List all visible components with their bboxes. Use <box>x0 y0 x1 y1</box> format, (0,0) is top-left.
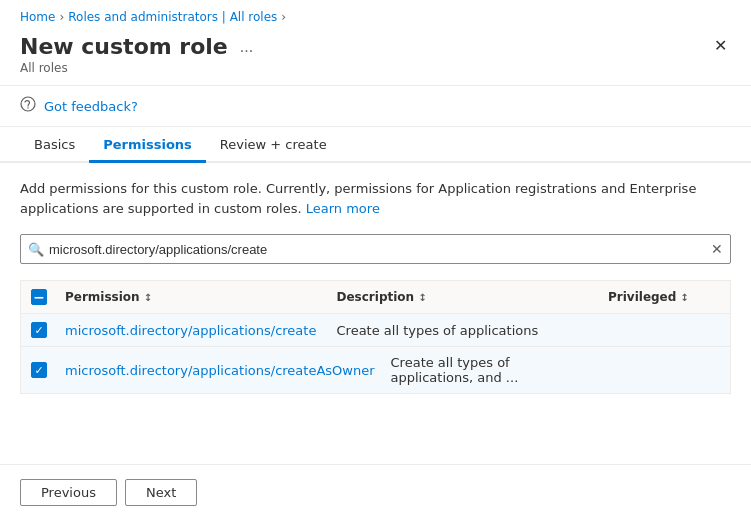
tab-review-create[interactable]: Review + create <box>206 127 341 163</box>
header-left: New custom role ... All roles <box>20 34 257 75</box>
row2-description: Create all types of applications, and ..… <box>383 347 600 393</box>
header-title-row: New custom role ... <box>20 34 257 59</box>
row1-checkbox-cell: ✓ <box>21 314 57 346</box>
checkmark-icon: ✓ <box>34 324 43 337</box>
tab-basics[interactable]: Basics <box>20 127 89 163</box>
feedback-icon <box>20 96 36 116</box>
breadcrumb-home[interactable]: Home <box>20 10 55 24</box>
ellipsis-button[interactable]: ... <box>236 36 257 58</box>
sort-icon-privileged: ↕ <box>680 292 688 303</box>
th-permission[interactable]: Permission ↕ <box>57 282 329 312</box>
th-privileged[interactable]: Privileged ↕ <box>600 282 730 312</box>
sort-icon-permission: ↕ <box>144 292 152 303</box>
row1-description: Create all types of applications <box>329 315 601 346</box>
row1-privileged <box>600 322 730 338</box>
search-container: 🔍 ✕ <box>20 234 731 264</box>
select-all-checkbox[interactable]: − <box>31 289 47 305</box>
info-text: Add permissions for this custom role. Cu… <box>20 179 731 218</box>
footer-bar: Previous Next <box>0 464 751 520</box>
learn-more-link[interactable]: Learn more <box>306 201 380 216</box>
row2-privileged <box>600 362 730 378</box>
content-area: Add permissions for this custom role. Cu… <box>0 163 751 404</box>
subtitle: All roles <box>20 61 257 75</box>
tabs-bar: Basics Permissions Review + create <box>0 127 751 163</box>
checkmark-icon-2: ✓ <box>34 364 43 377</box>
sort-icon-description: ↕ <box>418 292 426 303</box>
th-description-label: Description <box>337 290 415 304</box>
page-title: New custom role <box>20 34 228 59</box>
breadcrumb-roles[interactable]: Roles and administrators | All roles <box>68 10 277 24</box>
search-icon: 🔍 <box>28 242 44 257</box>
table-header: − Permission ↕ Description ↕ Privileged … <box>21 281 730 314</box>
feedback-link[interactable]: Got feedback? <box>44 99 138 114</box>
row1-checkbox[interactable]: ✓ <box>31 322 47 338</box>
row2-permission: microsoft.directory/applications/createA… <box>57 355 383 386</box>
next-button[interactable]: Next <box>125 479 197 506</box>
row2-checkbox[interactable]: ✓ <box>31 362 47 378</box>
permissions-table: − Permission ↕ Description ↕ Privileged … <box>20 280 731 394</box>
search-clear-button[interactable]: ✕ <box>711 242 723 256</box>
table-row: ✓ microsoft.directory/applications/creat… <box>21 347 730 393</box>
svg-point-1 <box>27 107 28 108</box>
tab-permissions[interactable]: Permissions <box>89 127 206 163</box>
chevron-icon: › <box>59 10 64 24</box>
table-row: ✓ microsoft.directory/applications/creat… <box>21 314 730 347</box>
select-all-cell: − <box>21 281 57 313</box>
feedback-bar: Got feedback? <box>0 86 751 127</box>
th-permission-label: Permission <box>65 290 140 304</box>
breadcrumb: Home › Roles and administrators | All ro… <box>0 0 751 30</box>
row2-checkbox-cell: ✓ <box>21 354 57 386</box>
indeterminate-icon: − <box>33 290 45 304</box>
svg-point-0 <box>21 97 35 111</box>
close-button[interactable]: ✕ <box>710 34 731 58</box>
previous-button[interactable]: Previous <box>20 479 117 506</box>
search-input[interactable] <box>20 234 731 264</box>
row1-permission: microsoft.directory/applications/create <box>57 315 329 346</box>
header-section: New custom role ... All roles ✕ <box>0 30 751 86</box>
th-description[interactable]: Description ↕ <box>329 282 601 312</box>
th-privileged-label: Privileged <box>608 290 676 304</box>
chevron-icon-2: › <box>281 10 286 24</box>
